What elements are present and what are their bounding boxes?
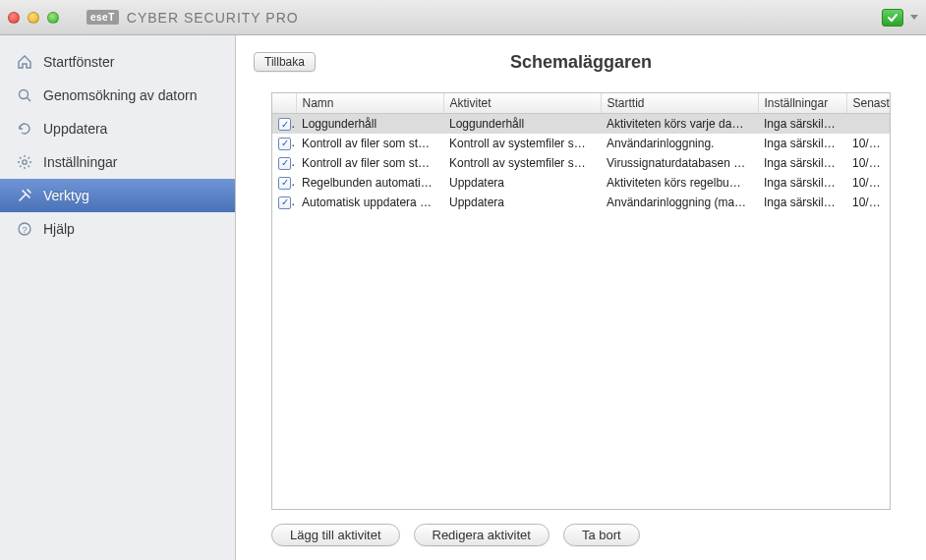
cell-aktivitet: Kontroll av systemfiler s… — [443, 134, 601, 153]
cell-aktivitet: Kontroll av systemfiler s… — [443, 153, 601, 173]
edit-activity-button[interactable]: Redigera aktivitet — [414, 524, 550, 546]
scheduler-table: Namn Aktivitet Starttid Inställningar Se… — [271, 92, 891, 510]
svg-line-1 — [28, 98, 31, 102]
header-namn[interactable]: Namn — [296, 93, 443, 114]
svg-text:?: ? — [22, 225, 27, 235]
checkbox-icon[interactable]: ✓ — [278, 118, 291, 131]
sidebar-item-label: Uppdatera — [43, 121, 107, 137]
action-buttons: Lägg till aktivitet Redigera aktivitet T… — [254, 510, 908, 546]
sidebar-item-help[interactable]: ? Hjälp — [0, 212, 235, 246]
cell-senast_kord: 10/10/13 4:… — [846, 153, 890, 173]
cell-installningar: Inga särskil… — [758, 193, 846, 212]
cell-namn: Automatisk uppdatera … — [296, 193, 443, 212]
sidebar-item-label: Genomsökning av datorn — [43, 87, 197, 103]
header-aktivitet[interactable]: Aktivitet — [443, 93, 601, 114]
content-header: Tillbaka Schemaläggaren — [254, 45, 908, 79]
titlebar: eseT CYBER SECURITY PRO — [0, 0, 926, 35]
cell-installningar: Inga särskil… — [758, 173, 846, 193]
sidebar-item-label: Verktyg — [43, 188, 89, 203]
tools-icon — [16, 187, 33, 204]
brand-title: CYBER SECURITY PRO — [127, 10, 299, 26]
cell-starttid: Användarinloggning (ma… — [601, 193, 758, 212]
back-button[interactable]: Tillbaka — [254, 52, 316, 72]
titlebar-right — [882, 9, 918, 27]
table-row[interactable]: ✓Kontroll av filer som st…Kontroll av sy… — [272, 134, 890, 153]
sidebar-item-tools[interactable]: Verktyg — [0, 179, 235, 212]
cell-namn: Kontroll av filer som st… — [296, 153, 443, 173]
cell-senast_kord: 10/10/13 4:… — [846, 134, 890, 153]
brand: eseT CYBER SECURITY PRO — [87, 10, 299, 26]
sidebar-item-update[interactable]: Uppdatera — [0, 112, 235, 145]
sidebar-item-home[interactable]: Startfönster — [0, 45, 235, 79]
sidebar: Startfönster Genomsökning av datorn Uppd… — [0, 35, 236, 560]
checkbox-icon[interactable]: ✓ — [278, 157, 291, 170]
window-controls — [8, 12, 59, 24]
table-row[interactable]: ✓Kontroll av filer som st…Kontroll av sy… — [272, 153, 890, 173]
row-checkbox-cell[interactable]: ✓ — [272, 153, 296, 173]
row-checkbox-cell[interactable]: ✓ — [272, 173, 296, 193]
sidebar-item-label: Inställningar — [43, 154, 118, 170]
cell-namn: Kontroll av filer som st… — [296, 134, 443, 153]
svg-point-0 — [20, 90, 29, 99]
checkbox-icon[interactable]: ✓ — [278, 196, 291, 209]
checkbox-icon[interactable]: ✓ — [278, 138, 291, 150]
sidebar-item-label: Startfönster — [43, 54, 114, 70]
cell-senast_kord: 10/10/13 4:… — [846, 173, 890, 193]
header-installningar[interactable]: Inställningar — [758, 93, 846, 114]
table-header-row: Namn Aktivitet Starttid Inställningar Se… — [272, 93, 890, 114]
cell-installningar: Inga särskil… — [758, 134, 846, 153]
sidebar-item-settings[interactable]: Inställningar — [0, 145, 235, 179]
update-icon — [16, 120, 33, 138]
svg-point-2 — [23, 160, 27, 164]
cell-senast_kord — [846, 114, 890, 134]
window-body: Startfönster Genomsökning av datorn Uppd… — [0, 35, 926, 560]
checkbox-icon[interactable]: ✓ — [278, 177, 291, 190]
check-icon — [887, 12, 898, 24]
close-icon[interactable] — [8, 12, 20, 24]
table-row[interactable]: ✓Regelbunden automati…UppdateraAktivitet… — [272, 173, 890, 193]
cell-starttid: Användarinloggning. — [601, 134, 758, 153]
protection-status-badge[interactable] — [882, 9, 903, 27]
row-checkbox-cell[interactable]: ✓ — [272, 193, 296, 212]
add-activity-button[interactable]: Lägg till aktivitet — [271, 524, 400, 546]
cell-installningar: Inga särskil… — [758, 114, 846, 134]
cell-starttid: Aktiviteten körs varje da… — [601, 114, 758, 134]
table-row[interactable]: ✓Automatisk uppdatera …UppdateraAnvändar… — [272, 193, 890, 212]
cell-starttid: Aktiviteten körs regelbu… — [601, 173, 758, 193]
chevron-down-icon[interactable] — [910, 15, 918, 20]
row-checkbox-cell[interactable]: ✓ — [272, 114, 296, 134]
cell-aktivitet: Uppdatera — [443, 193, 601, 212]
cell-senast_kord: 10/10/13 4:… — [846, 193, 890, 212]
cell-aktivitet: Loggunderhåll — [443, 114, 601, 134]
header-check[interactable] — [272, 93, 296, 114]
cell-installningar: Inga särskil… — [758, 153, 846, 173]
cell-aktivitet: Uppdatera — [443, 173, 601, 193]
header-senast-kord[interactable]: Senast körd — [846, 93, 890, 114]
page-title: Schemaläggaren — [510, 52, 652, 73]
sidebar-item-label: Hjälp — [43, 221, 75, 237]
header-starttid[interactable]: Starttid — [601, 93, 758, 114]
cell-starttid: Virussignaturdatabasen … — [601, 153, 758, 173]
cell-namn: Regelbunden automati… — [296, 173, 443, 193]
sidebar-item-scan[interactable]: Genomsökning av datorn — [0, 79, 235, 112]
brand-logo: eseT — [87, 10, 119, 25]
table-row[interactable]: ✓LoggunderhållLoggunderhållAktiviteten k… — [272, 114, 890, 134]
cell-namn: Loggunderhåll — [296, 114, 443, 134]
content-area: Tillbaka Schemaläggaren Namn Aktivitet S… — [236, 35, 926, 560]
zoom-icon[interactable] — [47, 12, 59, 24]
settings-icon — [16, 153, 33, 171]
delete-activity-button[interactable]: Ta bort — [563, 524, 640, 546]
help-icon: ? — [16, 220, 33, 238]
minimize-icon[interactable] — [28, 12, 39, 24]
row-checkbox-cell[interactable]: ✓ — [272, 134, 296, 153]
scan-icon — [16, 86, 33, 104]
home-icon — [16, 53, 33, 71]
app-window: eseT CYBER SECURITY PRO Startfönster — [0, 0, 926, 560]
